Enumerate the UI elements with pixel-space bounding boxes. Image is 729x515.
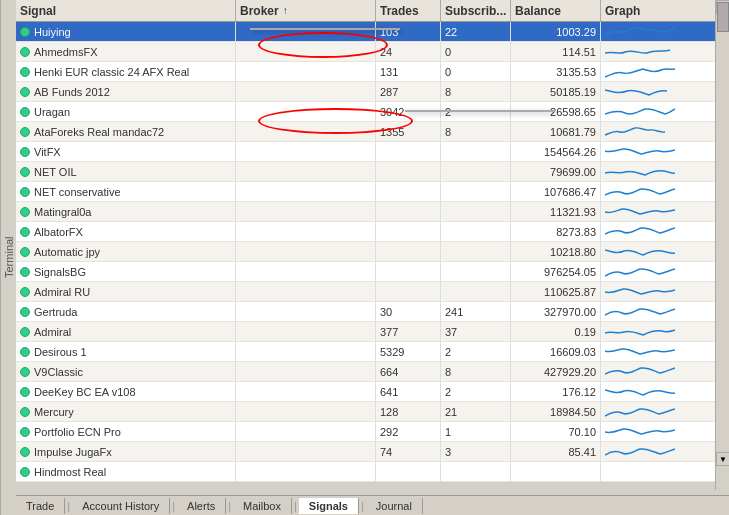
cell-signal: Impulse JugaFx bbox=[16, 442, 236, 461]
signal-name: Automatic jpy bbox=[34, 246, 100, 258]
table-row[interactable]: Uragan3042226598.65 bbox=[16, 102, 729, 122]
tab-journal[interactable]: Journal bbox=[366, 498, 423, 514]
cell-balance: 70.10 bbox=[511, 422, 601, 441]
cell-signal: Henki EUR classic 24 AFX Real bbox=[16, 62, 236, 81]
cell-trades bbox=[376, 202, 441, 221]
scrollbar[interactable]: ▲ ▼ bbox=[715, 0, 729, 490]
signal-name: Portfolio ECN Pro bbox=[34, 426, 121, 438]
cell-balance: 85.41 bbox=[511, 442, 601, 461]
mini-chart bbox=[605, 345, 675, 359]
signal-status-dot bbox=[20, 67, 30, 77]
cell-signal: NET OIL bbox=[16, 162, 236, 181]
tab-mailbox[interactable]: Mailbox bbox=[233, 498, 292, 514]
signal-status-dot bbox=[20, 147, 30, 157]
signal-name: NET OIL bbox=[34, 166, 77, 178]
cell-balance: 327970.00 bbox=[511, 302, 601, 321]
mini-chart bbox=[605, 205, 675, 219]
signal-name: Uragan bbox=[34, 106, 70, 118]
table-row[interactable]: Impulse JugaFx74385.41 bbox=[16, 442, 729, 462]
cell-graph bbox=[601, 342, 681, 361]
signal-status-dot bbox=[20, 247, 30, 257]
mini-chart bbox=[605, 225, 675, 239]
signal-name: AtaForeks Real mandac72 bbox=[34, 126, 164, 138]
cell-broker bbox=[236, 422, 376, 441]
cell-signal: AtaForeks Real mandac72 bbox=[16, 122, 236, 141]
cell-subscrib bbox=[441, 222, 511, 241]
table-row[interactable]: Hindmost Real bbox=[16, 462, 729, 482]
table-row[interactable]: AB Funds 2012287850185.19 bbox=[16, 82, 729, 102]
cell-signal: Huiying bbox=[16, 22, 236, 41]
table-row[interactable]: AlbatorFX8273.83 bbox=[16, 222, 729, 242]
cell-trades bbox=[376, 182, 441, 201]
table-row[interactable]: VitFX154564.26 bbox=[16, 142, 729, 162]
signal-name: Huiying bbox=[34, 26, 71, 38]
scrollbar-down[interactable]: ▼ bbox=[716, 452, 729, 466]
table-row[interactable]: Portfolio ECN Pro292170.10 bbox=[16, 422, 729, 442]
cell-balance: 10218.80 bbox=[511, 242, 601, 261]
cell-trades bbox=[376, 242, 441, 261]
signal-status-dot bbox=[20, 447, 30, 457]
signal-status-dot bbox=[20, 27, 30, 37]
cell-trades: 1355 bbox=[376, 122, 441, 141]
signal-name: NET conservative bbox=[34, 186, 121, 198]
col-header-subscrib[interactable]: Subscrib... bbox=[441, 0, 511, 21]
cell-subscrib: 1 bbox=[441, 422, 511, 441]
signal-name: AlbatorFX bbox=[34, 226, 83, 238]
mini-chart bbox=[605, 165, 675, 179]
tab-separator: | bbox=[170, 500, 177, 512]
cell-trades: 74 bbox=[376, 442, 441, 461]
mini-chart bbox=[605, 445, 675, 459]
table-row[interactable]: V9Classic6648427929.20 bbox=[16, 362, 729, 382]
cell-trades: 5329 bbox=[376, 342, 441, 361]
cell-signal: SignalsBG bbox=[16, 262, 236, 281]
tab-account-history[interactable]: Account History bbox=[72, 498, 170, 514]
cell-broker bbox=[236, 102, 376, 121]
signal-status-dot bbox=[20, 167, 30, 177]
table-row[interactable]: DeeKey BC EA v1086412176.12 bbox=[16, 382, 729, 402]
mini-chart bbox=[605, 25, 675, 39]
cell-signal: Admiral RU bbox=[16, 282, 236, 301]
cell-trades: 131 bbox=[376, 62, 441, 81]
cell-balance: 11321.93 bbox=[511, 202, 601, 221]
cell-signal: Admiral bbox=[16, 322, 236, 341]
cell-subscrib: 8 bbox=[441, 362, 511, 381]
signal-name: Mercury bbox=[34, 406, 74, 418]
cell-broker bbox=[236, 222, 376, 241]
cell-subscrib: 241 bbox=[441, 302, 511, 321]
cell-subscrib bbox=[441, 262, 511, 281]
table-row[interactable]: SignalsBG976254.05 bbox=[16, 262, 729, 282]
cell-trades bbox=[376, 222, 441, 241]
table-row[interactable]: Desirous 15329216609.03 bbox=[16, 342, 729, 362]
table-row[interactable]: Admiral RU110625.87 bbox=[16, 282, 729, 302]
cell-broker bbox=[236, 342, 376, 361]
tab-alerts[interactable]: Alerts bbox=[177, 498, 226, 514]
cell-trades: 24 bbox=[376, 42, 441, 61]
col-header-graph[interactable]: Graph bbox=[601, 0, 681, 21]
tab-signals[interactable]: Signals bbox=[299, 498, 359, 514]
signal-status-dot bbox=[20, 287, 30, 297]
table-row[interactable]: AhmedmsFX240114.51 bbox=[16, 42, 729, 62]
scrollbar-thumb[interactable] bbox=[717, 2, 729, 32]
cell-broker bbox=[236, 142, 376, 161]
col-header-trades[interactable]: Trades bbox=[376, 0, 441, 21]
cell-graph bbox=[601, 42, 681, 61]
table-row[interactable]: NET OIL79699.00 bbox=[16, 162, 729, 182]
col-header-broker[interactable]: Broker ↑ bbox=[236, 0, 376, 21]
table-row[interactable]: Huiying103221003.29 bbox=[16, 22, 729, 42]
table-row[interactable]: Mercury1282118984.50 bbox=[16, 402, 729, 422]
table-row[interactable]: Admiral377370.19 bbox=[16, 322, 729, 342]
cell-balance: 114.51 bbox=[511, 42, 601, 61]
col-header-balance[interactable]: Balance bbox=[511, 0, 601, 21]
signal-name: AhmedmsFX bbox=[34, 46, 98, 58]
cell-broker bbox=[236, 162, 376, 181]
table-row[interactable]: Henki EUR classic 24 AFX Real13103135.53 bbox=[16, 62, 729, 82]
cell-balance: 976254.05 bbox=[511, 262, 601, 281]
table-row[interactable]: Automatic jpy10218.80 bbox=[16, 242, 729, 262]
table-row[interactable]: Gertruda30241327970.00 bbox=[16, 302, 729, 322]
cell-trades: 292 bbox=[376, 422, 441, 441]
col-header-signal[interactable]: Signal bbox=[16, 0, 236, 21]
table-row[interactable]: Matingral0a11321.93 bbox=[16, 202, 729, 222]
table-row[interactable]: NET conservative107686.47 bbox=[16, 182, 729, 202]
tab-trade[interactable]: Trade bbox=[16, 498, 65, 514]
table-row[interactable]: AtaForeks Real mandac721355810681.79 bbox=[16, 122, 729, 142]
